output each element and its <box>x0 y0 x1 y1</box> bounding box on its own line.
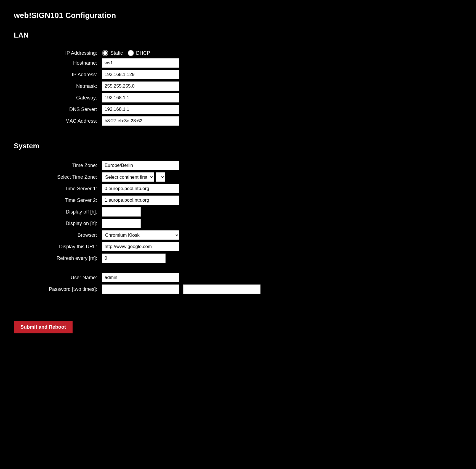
system-section-title: System <box>14 142 462 150</box>
system-section: System Time Zone: Select Time Zone: Sele… <box>14 142 462 296</box>
display-url-input[interactable] <box>102 242 179 251</box>
time-zone-control <box>102 161 260 170</box>
dns-server-control <box>102 105 179 114</box>
ip-addressing-control: Static DHCP <box>102 50 179 56</box>
password-inputs <box>102 284 260 294</box>
browser-control: Chromium Kiosk Firefox None <box>102 230 260 240</box>
static-radio-label[interactable]: Static <box>102 50 123 56</box>
hostname-label: Hostname: <box>41 58 102 68</box>
time-server1-control <box>102 184 260 193</box>
hostname-control <box>102 58 179 68</box>
hostname-input[interactable] <box>102 58 179 68</box>
static-radio[interactable] <box>102 50 108 56</box>
display-off-control <box>102 207 260 217</box>
password-input-1[interactable] <box>102 284 179 294</box>
dns-server-label: DNS Server: <box>41 105 102 114</box>
static-label: Static <box>110 50 123 56</box>
lan-section-title: LAN <box>14 31 462 39</box>
refresh-control <box>102 254 260 263</box>
mac-address-control <box>102 116 179 126</box>
lan-section: LAN IP Addressing: Static DHCP <box>14 31 462 128</box>
display-url-row: Display this URL: <box>41 242 260 251</box>
mac-address-label: MAC Address: <box>41 116 102 126</box>
username-row: User Name: <box>41 273 260 282</box>
display-off-row: Display off [h]: <box>41 207 260 217</box>
password-label: Password [two times]: <box>41 284 102 294</box>
display-url-control <box>102 242 260 251</box>
dhcp-radio[interactable] <box>128 50 134 56</box>
browser-select[interactable]: Chromium Kiosk Firefox None <box>102 230 179 240</box>
username-control <box>102 273 260 282</box>
gateway-row: Gateway: <box>41 93 179 102</box>
page-title: web!SIGN101 Configuration <box>14 11 462 20</box>
time-server2-row: Time Server 2: <box>41 196 260 205</box>
time-server1-input[interactable] <box>102 184 179 193</box>
gateway-label: Gateway: <box>41 93 102 102</box>
time-server2-input[interactable] <box>102 196 179 205</box>
netmask-label: Netmask: <box>41 81 102 91</box>
ip-address-row: IP Address: <box>41 70 179 79</box>
dns-server-row: DNS Server: <box>41 105 179 114</box>
username-input[interactable] <box>102 273 179 282</box>
timezone-selects: Select continent first <box>102 172 260 182</box>
mac-address-input[interactable] <box>102 116 179 126</box>
netmask-row: Netmask: <box>41 81 179 91</box>
gateway-input[interactable] <box>102 93 179 102</box>
time-zone-input[interactable] <box>102 161 179 170</box>
password-control <box>102 284 260 294</box>
time-zone-label: Time Zone: <box>41 161 102 170</box>
mac-address-row: MAC Address: <box>41 116 179 126</box>
ip-address-label: IP Address: <box>41 70 102 79</box>
display-on-control <box>102 219 260 228</box>
spacer-row <box>41 265 260 271</box>
time-zone-row: Time Zone: <box>41 161 260 170</box>
display-url-label: Display this URL: <box>41 242 102 251</box>
time-server2-label: Time Server 2: <box>41 196 102 205</box>
continent-select[interactable]: Select continent first <box>102 172 154 182</box>
region-select[interactable] <box>156 172 165 182</box>
time-server2-control <box>102 196 260 205</box>
refresh-row: Refresh every [m]: <box>41 254 260 263</box>
display-off-input[interactable] <box>102 207 141 217</box>
display-on-label: Display on [h]: <box>41 219 102 228</box>
password-row: Password [two times]: <box>41 284 260 294</box>
refresh-label: Refresh every [m]: <box>41 254 102 263</box>
display-on-row: Display on [h]: <box>41 219 260 228</box>
submit-reboot-button[interactable]: Submit and Reboot <box>14 321 73 333</box>
select-time-zone-control: Select continent first <box>102 172 260 182</box>
refresh-input[interactable] <box>102 254 166 263</box>
dhcp-radio-label[interactable]: DHCP <box>128 50 150 56</box>
browser-label: Browser: <box>41 230 102 240</box>
browser-row: Browser: Chromium Kiosk Firefox None <box>41 230 260 240</box>
ip-addressing-radio-group: Static DHCP <box>102 50 179 56</box>
username-label: User Name: <box>41 273 102 282</box>
netmask-control <box>102 81 179 91</box>
dns-server-input[interactable] <box>102 105 179 114</box>
ip-address-control <box>102 70 179 79</box>
lan-form: IP Addressing: Static DHCP Hostname: <box>41 48 179 128</box>
system-form: Time Zone: Select Time Zone: Select cont… <box>41 159 260 296</box>
ip-addressing-row: IP Addressing: Static DHCP <box>41 50 179 56</box>
gateway-control <box>102 93 179 102</box>
netmask-input[interactable] <box>102 81 179 91</box>
select-time-zone-row: Select Time Zone: Select continent first <box>41 172 260 182</box>
time-server1-row: Time Server 1: <box>41 184 260 193</box>
dhcp-label: DHCP <box>136 50 150 56</box>
ip-addressing-label: IP Addressing: <box>41 50 102 56</box>
display-off-label: Display off [h]: <box>41 207 102 217</box>
select-time-zone-label: Select Time Zone: <box>41 172 102 182</box>
display-on-input[interactable] <box>102 219 141 228</box>
password-input-2[interactable] <box>183 284 260 294</box>
hostname-row: Hostname: <box>41 58 179 68</box>
time-server1-label: Time Server 1: <box>41 184 102 193</box>
ip-address-input[interactable] <box>102 70 179 79</box>
